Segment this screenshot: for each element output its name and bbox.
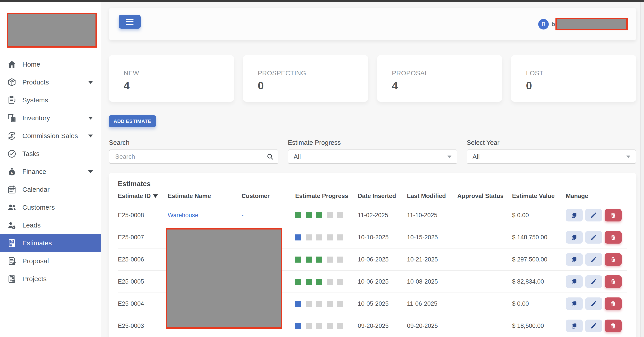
estimate-progress-bar	[295, 212, 358, 218]
avatar[interactable]: B	[538, 19, 549, 29]
svg-text:$: $	[11, 240, 13, 243]
sidebar-item-systems[interactable]: Systems	[0, 91, 100, 109]
column-header-last-modified[interactable]: Last Modified	[407, 193, 457, 200]
progress-step-gray	[337, 301, 343, 307]
estimate-progress-select[interactable]: All	[288, 149, 457, 164]
sidebar-item-leads[interactable]: $Leads	[0, 216, 100, 234]
filters: Search Estimate Progress All Select Year…	[109, 139, 636, 164]
table-cells-redacted	[166, 228, 282, 329]
sidebar-item-label: Proposal	[22, 257, 49, 265]
sidebar-item-calendar[interactable]: Calendar	[0, 181, 100, 198]
sidebar-item-label: Commission Sales	[22, 132, 78, 140]
progress-step-green	[295, 279, 301, 285]
trash-icon	[610, 278, 616, 285]
sidebar-toggle-button[interactable]	[119, 15, 141, 29]
cell-estimate-id: E25-0008	[118, 212, 168, 219]
cell-date-inserted: 10-10-2025	[358, 234, 407, 241]
select-year-filter: Select Year All	[467, 139, 636, 164]
search-button[interactable]	[262, 149, 278, 164]
sidebar-item-proposal[interactable]: Proposal	[0, 252, 100, 270]
page-scrollbar[interactable]	[640, 2, 644, 337]
edit-button[interactable]	[585, 209, 602, 222]
edit-button[interactable]	[585, 320, 602, 332]
copy-button[interactable]	[566, 231, 583, 244]
company-logo-redacted	[7, 13, 97, 48]
pencil-icon	[590, 212, 597, 219]
edit-button[interactable]	[585, 275, 602, 288]
search-input[interactable]	[109, 149, 262, 164]
progress-step-gray	[327, 323, 333, 329]
column-header-customer[interactable]: Customer	[242, 193, 295, 200]
pencil-icon	[590, 234, 597, 241]
progress-step-gray	[316, 234, 322, 241]
estimate-progress-bar	[295, 257, 358, 263]
estimate-icon: $	[6, 238, 18, 248]
delete-button[interactable]	[605, 231, 622, 244]
progress-step-green	[306, 212, 312, 218]
sidebar-item-inventory[interactable]: Inventory	[0, 109, 100, 127]
delete-button[interactable]	[605, 253, 622, 266]
stat-card-value: 4	[392, 79, 502, 92]
delete-button[interactable]	[605, 298, 622, 310]
copy-button[interactable]	[566, 298, 583, 310]
pencil-icon	[590, 323, 597, 329]
stat-card-label: NEW	[124, 69, 234, 77]
progress-step-gray	[327, 212, 333, 218]
copy-button[interactable]	[566, 275, 583, 288]
progress-step-gray	[316, 323, 322, 329]
progress-step-blue	[295, 234, 301, 241]
cell-estimate-value: $ 0.00	[512, 212, 566, 219]
progress-step-gray	[337, 257, 343, 263]
sidebar-item-commission-sales[interactable]: Commission Sales	[0, 127, 100, 145]
progress-step-gray	[306, 301, 312, 307]
user-menu[interactable]: B b	[538, 18, 628, 30]
stat-card-lost: LOST0	[511, 55, 636, 102]
edit-button[interactable]	[585, 231, 602, 244]
select-year-value: All	[472, 153, 480, 160]
delete-button[interactable]	[605, 209, 622, 222]
column-header-estimate-progress[interactable]: Estimate Progress	[295, 193, 358, 200]
delete-button[interactable]	[605, 275, 622, 288]
chevron-down-icon	[88, 117, 93, 120]
sidebar-item-products[interactable]: Products	[0, 73, 100, 91]
trash-icon	[610, 300, 616, 307]
column-header-estimate-id[interactable]: Estimate ID	[118, 193, 168, 200]
edit-button[interactable]	[585, 298, 602, 310]
sidebar-item-customers[interactable]: Customers	[0, 198, 100, 216]
estimate-progress-bar	[295, 301, 358, 307]
cell-estimate-id: E25-0007	[118, 234, 168, 241]
progress-step-green	[316, 212, 322, 218]
delete-button[interactable]	[605, 320, 622, 332]
window-top-strip	[0, 0, 644, 2]
column-header-approval-status[interactable]: Approval Status	[457, 193, 512, 200]
estimate-progress-filter: Estimate Progress All	[288, 139, 457, 164]
manage-actions	[566, 298, 627, 310]
copy-button[interactable]	[566, 253, 583, 266]
sidebar-item-finance[interactable]: $Finance	[0, 163, 100, 181]
add-estimate-button[interactable]: ADD ESTIMATE	[109, 115, 156, 127]
column-header-date-inserted[interactable]: Date Inserted	[358, 193, 407, 200]
copy-button[interactable]	[566, 209, 583, 222]
estimate-progress-bar	[295, 234, 358, 241]
progress-step-gray	[316, 301, 322, 307]
cell-date-inserted: 09-20-2025	[358, 323, 407, 330]
progress-step-gray	[337, 279, 343, 285]
column-header-manage[interactable]: Manage	[566, 193, 627, 200]
sidebar: HomeProductsSystemsInventoryCommission S…	[0, 2, 101, 337]
copy-button[interactable]	[566, 320, 583, 332]
edit-button[interactable]	[585, 253, 602, 266]
manage-actions	[566, 209, 627, 222]
customer-link[interactable]: -	[242, 212, 244, 219]
sidebar-item-projects[interactable]: Projects	[0, 270, 100, 288]
trash-icon	[610, 212, 616, 219]
select-year-select[interactable]: All	[467, 149, 636, 164]
sidebar-item-tasks[interactable]: Tasks	[0, 145, 100, 163]
sidebar-item-estimates[interactable]: $Estimates	[0, 234, 100, 252]
sidebar-item-home[interactable]: Home	[0, 55, 100, 73]
column-header-estimate-value[interactable]: Estimate Value	[512, 193, 566, 200]
estimate-name-link[interactable]: Warehouse	[168, 212, 198, 219]
sidebar-item-label: Finance	[22, 168, 46, 175]
stat-card-new: NEW4	[109, 55, 234, 102]
column-header-estimate-name[interactable]: Estimate Name	[168, 193, 242, 200]
estimate-progress-bar	[295, 323, 358, 329]
